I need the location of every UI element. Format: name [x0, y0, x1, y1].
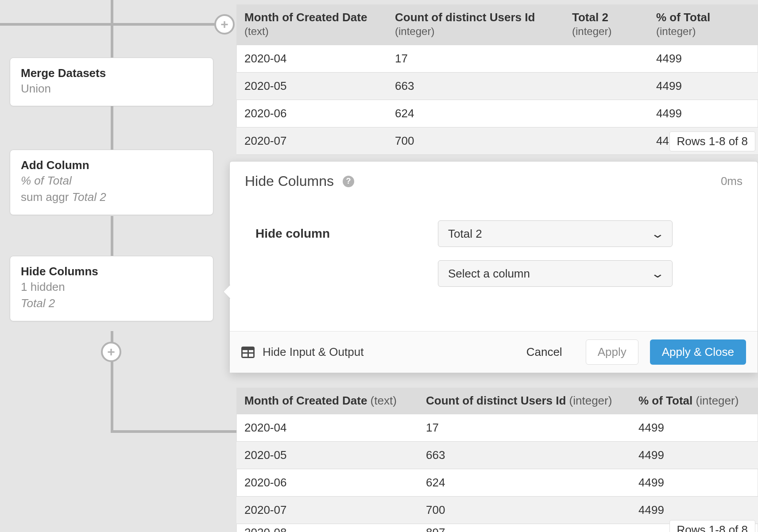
node-subtitle: Union	[21, 81, 202, 97]
apply-button[interactable]: Apply	[586, 339, 638, 365]
col-type: (integer)	[572, 25, 640, 38]
col-header: Month of Created Date	[244, 394, 367, 407]
table-header-row: Month of Created Date (text) Count of di…	[236, 4, 758, 45]
col-header: Month of Created Date	[244, 11, 367, 24]
help-icon[interactable]: ?	[343, 176, 354, 187]
col-header: Count of distinct Users Id	[426, 394, 566, 407]
table-row: 2020-05 663 4499	[236, 73, 758, 100]
panel-caret-icon	[224, 285, 231, 299]
input-table: Month of Created Date (text) Count of di…	[236, 4, 758, 155]
add-column-select[interactable]: Select a column ⌄	[438, 260, 673, 287]
table-row: 2020-04 17 4499	[236, 414, 758, 442]
rows-count-badge: Rows 1-8 of 8	[669, 131, 755, 151]
pipe	[111, 0, 113, 58]
rows-count-badge: Rows 1-8 of 8	[669, 520, 755, 532]
chevron-down-icon: ⌄	[650, 227, 665, 241]
node-title: Hide Columns	[21, 264, 202, 279]
hide-column-select[interactable]: Total 2 ⌄	[438, 220, 673, 247]
pipe	[111, 106, 113, 150]
cancel-button[interactable]: Cancel	[514, 339, 574, 365]
table-row: 2020-06 624 4499	[236, 100, 758, 127]
hide-columns-panel: Hide Columns ? 0ms Hide column Total 2 ⌄…	[229, 161, 758, 373]
output-table: Month of Created Date (text) Count of di…	[236, 388, 758, 532]
col-type: (integer)	[656, 25, 742, 38]
pipe	[111, 23, 230, 26]
node-subtitle: 1 hidden	[21, 279, 202, 296]
field-label: Hide column	[245, 227, 422, 241]
execution-time: 0ms	[721, 174, 743, 188]
col-header: Count of distinct Users Id	[395, 11, 535, 24]
node-title: Add Column	[21, 158, 202, 173]
add-step-icon[interactable]: +	[214, 14, 235, 35]
node-subtitle: Total 2	[21, 297, 55, 310]
col-header: % of Total	[638, 394, 692, 407]
col-type: (text)	[371, 394, 397, 407]
table-row: 2020-05 663 4499	[236, 442, 758, 469]
node-add-column[interactable]: Add Column % of Total sum aggr Total 2	[10, 150, 213, 215]
col-type: (integer)	[395, 25, 556, 38]
col-type: (text)	[244, 25, 379, 38]
add-step-icon[interactable]: +	[101, 342, 121, 362]
table-row: 2020-06 624 4499	[236, 469, 758, 497]
pipe	[111, 216, 113, 256]
hide-io-toggle[interactable]: Hide Input & Output	[241, 345, 364, 359]
table-row: 2020-04 17 4499	[236, 45, 758, 73]
node-hide-columns[interactable]: Hide Columns 1 hidden Total 2	[10, 256, 213, 321]
pipe	[0, 23, 111, 26]
node-subtitle: % of Total	[21, 174, 72, 187]
col-header: % of Total	[656, 11, 710, 24]
chevron-down-icon: ⌄	[650, 267, 665, 281]
table-icon	[241, 347, 255, 358]
node-title: Merge Datasets	[21, 66, 202, 81]
col-type: (integer)	[696, 394, 739, 407]
apply-close-button[interactable]: Apply & Close	[650, 339, 746, 365]
node-merge-datasets[interactable]: Merge Datasets Union	[10, 58, 213, 106]
node-subtitle: sum aggr Total 2	[21, 189, 202, 206]
col-header: Total 2	[572, 11, 608, 24]
col-type: (integer)	[569, 394, 612, 407]
panel-title: Hide Columns	[245, 173, 334, 189]
table-header-row: Month of Created Date (text) Count of di…	[236, 388, 758, 414]
